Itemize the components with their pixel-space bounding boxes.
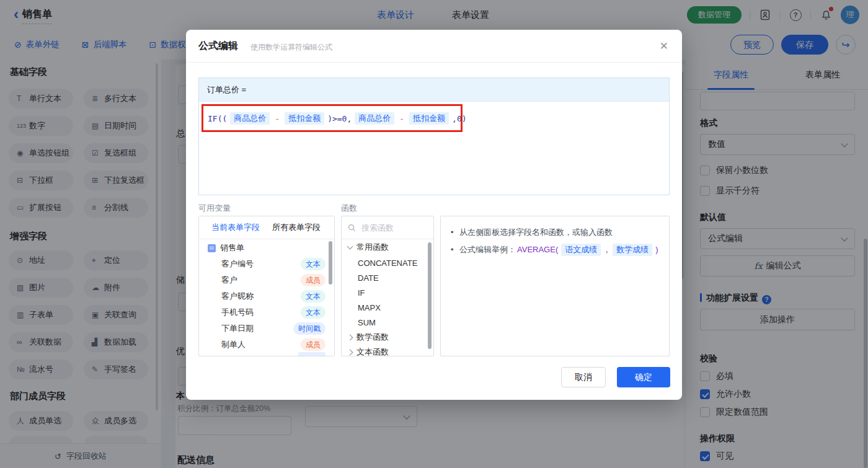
- variables-label: 可用变量: [198, 203, 231, 214]
- variable-row[interactable]: 制单人 成员: [199, 337, 334, 353]
- confirm-button[interactable]: 确定: [617, 367, 670, 387]
- close-icon[interactable]: ✕: [660, 40, 668, 53]
- hints-pane: • 从左侧面板选择字段名和函数，或输入函数 • 公式编辑举例： AVERAGE(…: [440, 216, 670, 356]
- variable-row[interactable]: 客户昵称 文本: [199, 288, 334, 304]
- formula-edit-modal: 公式编辑 使用数学运算符编辑公式 ✕ 订单总价 = IF(( 商品总价 - 抵扣…: [186, 30, 682, 400]
- form-doc-icon: [208, 244, 216, 252]
- function-search-input[interactable]: [360, 223, 425, 233]
- modal-subtitle: 使用数学运算符编辑公式: [250, 42, 332, 53]
- search-icon: [348, 224, 356, 232]
- field-type-badge: 文本: [301, 290, 326, 302]
- formula-target-bar: 订单总价 =: [199, 78, 669, 102]
- tab-all-form-fields[interactable]: 所有表单字段: [272, 222, 321, 233]
- function-item[interactable]: CONCATENATE: [342, 255, 434, 270]
- field-token[interactable]: 抵扣金额: [285, 112, 324, 125]
- formula-editor: 订单总价 = IF(( 商品总价 - 抵扣金额 )>=0, 商品总价 - 抵扣金…: [198, 77, 670, 195]
- field-type-badge: 时间戳: [293, 322, 326, 335]
- function-item[interactable]: DATE: [342, 270, 434, 285]
- bullet-icon: •: [451, 226, 459, 239]
- function-search[interactable]: [342, 216, 433, 239]
- formula-expression[interactable]: IF(( 商品总价 - 抵扣金额 )>=0, 商品总价 - 抵扣金额 ,0): [207, 112, 467, 125]
- functions-pane: 常用函数 CONCATENATE DATE IF MAPX SUM 数学函数 文…: [341, 216, 434, 356]
- field-type-badge: 成员: [301, 274, 326, 286]
- variables-pane: 当前表单字段 所有表单字段 销售单 客户编号 文本 客户 成员 客户昵称 文本 …: [198, 216, 335, 356]
- function-group-text[interactable]: 文本函数: [342, 345, 433, 356]
- field-token[interactable]: 商品总价: [355, 112, 394, 125]
- example-field-token: 数学成绩: [613, 244, 652, 256]
- function-group-common[interactable]: 常用函数: [342, 240, 433, 255]
- variables-scrollbar[interactable]: [329, 241, 332, 285]
- hint-line-2: • 公式编辑举例： AVERAGE( 语文成绩 ， 数学成绩 ): [451, 244, 662, 256]
- variable-row[interactable]: 手机号码 文本: [199, 304, 334, 320]
- example-field-token: 语文成绩: [561, 244, 601, 256]
- hint-line-1: • 从左侧面板选择字段名和函数，或输入函数: [451, 226, 662, 239]
- field-token[interactable]: 抵扣金额: [409, 112, 449, 125]
- function-group-math[interactable]: 数学函数: [342, 330, 433, 345]
- chevron-down-icon: [347, 244, 353, 250]
- chevron-right-icon: [347, 349, 353, 355]
- function-item[interactable]: MAPX: [342, 300, 434, 315]
- variables-tabs: 当前表单字段 所有表单字段: [199, 216, 334, 239]
- formula-input-area[interactable]: IF(( 商品总价 - 抵扣金额 )>=0, 商品总价 - 抵扣金额 ,0): [199, 102, 669, 195]
- field-type-badge: 文本: [301, 258, 326, 270]
- tree-root-form[interactable]: 销售单: [199, 240, 334, 256]
- field-type-badge: 文本: [301, 306, 326, 319]
- functions-label: 函数: [341, 203, 357, 214]
- modal-header: 公式编辑 使用数学运算符编辑公式 ✕: [186, 30, 682, 63]
- variable-row[interactable]: 下单日期 时间戳: [199, 320, 334, 337]
- bullet-icon: •: [451, 244, 459, 256]
- app-window: ‹ 销售单 表单设计 表单设置 数据管理 ? 理 ⊘ 表单外: [0, 0, 868, 468]
- variable-row[interactable]: 客户 成员: [199, 272, 334, 288]
- tab-current-form-fields[interactable]: 当前表单字段: [211, 222, 260, 233]
- function-item[interactable]: IF: [342, 285, 434, 300]
- function-item[interactable]: SUM: [342, 315, 434, 330]
- variable-row-partial: [298, 352, 326, 356]
- variable-row[interactable]: 客户编号 文本: [199, 256, 334, 272]
- field-token[interactable]: 商品总价: [230, 112, 270, 125]
- cancel-button[interactable]: 取消: [561, 367, 606, 387]
- field-type-badge: 成员: [301, 338, 326, 351]
- functions-scrollbar[interactable]: [428, 242, 432, 349]
- chevron-right-icon: [347, 334, 353, 340]
- modal-title: 公式编辑: [198, 40, 238, 53]
